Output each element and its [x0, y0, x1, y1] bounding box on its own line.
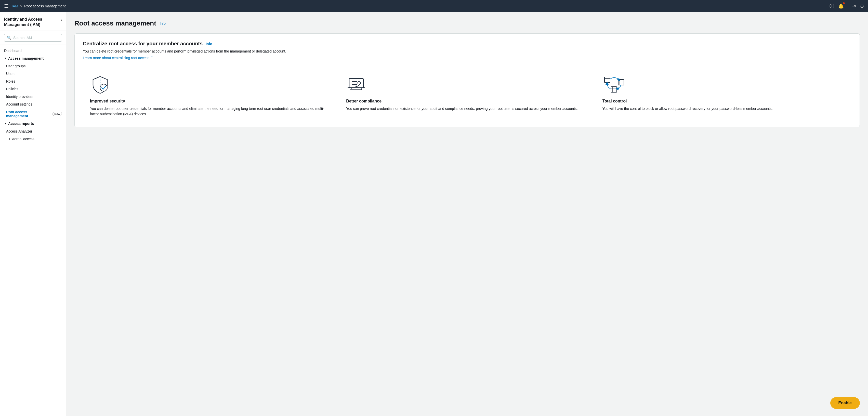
control-icon-area	[602, 75, 844, 95]
sidebar-title: Identity and Access Management (IAM)	[4, 17, 61, 28]
triangle-icon-2: ▼	[4, 122, 7, 125]
app-body: Identity and Access Management (IAM) ‹ 🔍…	[0, 12, 868, 416]
access-management-label: Access management	[8, 56, 43, 60]
feature-improved-security: Improved security You can delete root us…	[83, 67, 339, 119]
identity-providers-label: Identity providers	[6, 95, 33, 99]
card-learn-more-link[interactable]: Learn more about centralizing root acces…	[83, 56, 153, 60]
nav-right: ⓘ 🔔 ⇥ ⊙	[830, 3, 864, 9]
sidebar-item-external-access[interactable]: External access	[0, 135, 66, 143]
sidebar-item-account-settings[interactable]: Account settings	[0, 100, 66, 108]
sidebar-item-user-groups[interactable]: User groups	[0, 62, 66, 70]
breadcrumb-current: Root access management	[24, 4, 66, 8]
signin-icon[interactable]: ⇥	[852, 3, 856, 9]
sidebar-item-policies[interactable]: Policies	[0, 85, 66, 93]
sidebar-item-users[interactable]: Users	[0, 70, 66, 78]
breadcrumb-parent[interactable]: IAM	[12, 4, 18, 8]
new-badge: New	[53, 112, 62, 116]
main-content: Root access management Info Centralize r…	[66, 12, 868, 416]
user-groups-label: User groups	[6, 64, 26, 68]
access-reports-label: Access reports	[8, 122, 34, 126]
svg-point-1	[100, 84, 107, 91]
info-icon[interactable]: ⓘ	[830, 3, 834, 9]
sidebar-item-identity-providers[interactable]: Identity providers	[0, 93, 66, 100]
access-analyzer-label: Access Analyzer	[6, 129, 32, 133]
nav-divider	[848, 3, 848, 9]
dashboard-label: Dashboard	[4, 49, 22, 53]
bell-icon[interactable]: 🔔	[838, 3, 844, 9]
hamburger-icon[interactable]: ☰	[4, 3, 9, 9]
sidebar-section-access-reports: ▼ Access reports	[0, 120, 66, 127]
compliance-icon-area	[346, 75, 588, 95]
security-icon-area	[90, 75, 332, 95]
search-icon: 🔍	[7, 36, 11, 40]
sidebar-item-access-analyzer[interactable]: Access Analyzer	[0, 127, 66, 135]
external-link-icon: ➚	[150, 55, 153, 58]
sidebar-header: Identity and Access Management (IAM) ‹	[0, 12, 66, 31]
search-input-wrap[interactable]: 🔍	[4, 34, 62, 41]
sidebar-item-root-access-management[interactable]: Root access management New	[0, 108, 66, 120]
nav-section: Dashboard ▼ Access management User group…	[0, 45, 66, 145]
users-label: Users	[6, 71, 16, 76]
search-input[interactable]	[13, 36, 59, 40]
breadcrumb-separator: >	[20, 4, 22, 8]
card-info-link[interactable]: Info	[206, 42, 212, 46]
compliance-desc: You can prove root credential non existe…	[346, 106, 588, 111]
account-settings-label: Account settings	[6, 102, 32, 106]
enable-button[interactable]: Enable	[830, 397, 860, 409]
control-icon	[602, 75, 625, 95]
svg-line-7	[359, 81, 361, 83]
security-icon	[90, 75, 110, 95]
support-icon[interactable]: ⊙	[860, 3, 864, 9]
sidebar: Identity and Access Management (IAM) ‹ 🔍…	[0, 12, 66, 416]
features-row: Improved security You can delete root us…	[83, 67, 851, 119]
external-access-label: External access	[9, 137, 34, 141]
control-title: Total control	[602, 99, 844, 103]
root-access-management-label: Root access management	[6, 110, 50, 118]
collapse-icon[interactable]: ‹	[61, 17, 62, 22]
sidebar-section-access-management: ▼ Access management	[0, 55, 66, 62]
feature-better-compliance: Better compliance You can prove root cre…	[339, 67, 595, 119]
nav-left: ☰ IAM > Root access management	[4, 3, 66, 9]
info-card: Centralize root access for your member a…	[74, 33, 860, 127]
card-title: Centralize root access for your member a…	[83, 41, 203, 47]
roles-label: Roles	[6, 79, 15, 83]
compliance-icon	[346, 75, 367, 95]
security-title: Improved security	[90, 99, 332, 103]
svg-rect-8	[604, 77, 610, 83]
triangle-icon: ▼	[4, 57, 7, 60]
compliance-title: Better compliance	[346, 99, 588, 103]
control-desc: You will have the control to block or al…	[602, 106, 844, 111]
page-title: Root access management	[74, 19, 156, 27]
policies-label: Policies	[6, 87, 18, 91]
sidebar-item-dashboard[interactable]: Dashboard	[0, 47, 66, 55]
breadcrumb: IAM > Root access management	[12, 4, 66, 8]
svg-rect-11	[611, 87, 617, 92]
top-navigation: ☰ IAM > Root access management ⓘ 🔔 ⇥ ⊙	[0, 0, 868, 12]
page-info-link[interactable]: Info	[160, 22, 166, 26]
card-description: You can delete root credentials for memb…	[83, 49, 851, 53]
sidebar-item-roles[interactable]: Roles	[0, 78, 66, 85]
search-box: 🔍	[0, 31, 66, 45]
svg-rect-14	[618, 80, 624, 85]
feature-total-control: Total control You will have the control …	[595, 67, 851, 119]
notification-badge	[843, 2, 845, 4]
security-desc: You can delete root user credentials for…	[90, 106, 332, 117]
card-title-row: Centralize root access for your member a…	[83, 41, 851, 47]
page-header: Root access management Info	[74, 19, 860, 27]
learn-more-text: Learn more about centralizing root acces…	[83, 56, 149, 60]
